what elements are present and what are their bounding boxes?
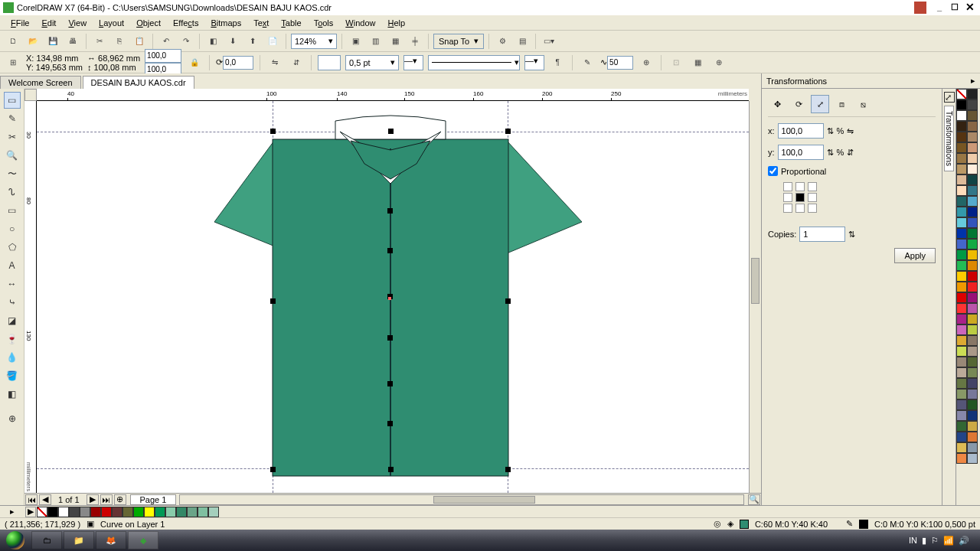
swatch[interactable] <box>956 142 967 153</box>
snap-icon[interactable]: ◈ <box>727 519 733 529</box>
tray-network-icon[interactable]: 📶 <box>943 536 954 546</box>
rotation-input[interactable] <box>223 56 253 70</box>
swatch[interactable] <box>956 346 967 357</box>
close-button[interactable]: ✕ <box>963 2 977 13</box>
swatch[interactable] <box>967 292 978 303</box>
swatch[interactable] <box>956 121 967 132</box>
firefox-taskbar-button[interactable]: 🦊 <box>96 531 126 549</box>
connector-tool[interactable]: ⤷ <box>4 294 21 311</box>
zoom-page-button[interactable]: 🔍 <box>748 494 760 505</box>
swatch[interactable] <box>967 324 978 335</box>
page-add-button[interactable]: ⊕ <box>114 494 126 505</box>
selection-handle-bl[interactable] <box>270 467 276 472</box>
swatch[interactable] <box>967 185 978 196</box>
swatch[interactable] <box>956 239 967 249</box>
hscroll[interactable] <box>179 494 744 505</box>
origin-anchor-grid[interactable] <box>783 182 936 213</box>
fullscreen-button[interactable]: ▣ <box>347 33 364 50</box>
menu-help[interactable]: Help <box>381 17 411 29</box>
swatch[interactable] <box>967 421 978 432</box>
menu-text[interactable]: Text <box>247 17 275 29</box>
selection-handle-tm[interactable] <box>388 129 394 134</box>
swatch[interactable] <box>967 303 978 314</box>
swatch[interactable] <box>956 432 967 442</box>
outline-pen-icon[interactable]: ✎ <box>846 519 853 529</box>
swatch[interactable] <box>967 153 978 164</box>
selection-handle-bm[interactable] <box>388 467 394 472</box>
print-button[interactable]: 🖶 <box>64 33 81 50</box>
palette-prev-icon[interactable]: ▸ <box>10 507 15 517</box>
swatch[interactable] <box>133 507 144 517</box>
drop-shadow-tool[interactable]: ◪ <box>4 312 21 329</box>
swatch[interactable] <box>165 507 176 517</box>
convert-button[interactable]: ▦ <box>689 54 706 71</box>
swatch[interactable] <box>47 507 58 517</box>
swatch[interactable] <box>956 228 967 239</box>
swatch[interactable] <box>956 249 967 260</box>
swatch[interactable] <box>967 207 978 217</box>
swatch[interactable] <box>967 228 978 239</box>
swatch[interactable] <box>967 399 978 410</box>
freehand-tool[interactable]: 〜 <box>4 165 21 182</box>
swatch[interactable] <box>956 132 967 142</box>
swatch[interactable] <box>967 89 978 99</box>
swatch[interactable] <box>967 271 978 282</box>
vscroll[interactable] <box>749 101 761 493</box>
explorer-taskbar-button[interactable]: 🗀 <box>31 531 62 549</box>
export-button[interactable]: ⬆︎ <box>244 33 261 50</box>
bbox-button[interactable]: ⊡ <box>668 54 684 71</box>
swatch[interactable] <box>967 174 978 185</box>
swatch[interactable] <box>956 324 967 335</box>
swatch[interactable] <box>967 367 978 378</box>
swatch[interactable] <box>69 507 80 517</box>
palette-scroll-right[interactable]: ▶ <box>25 507 36 517</box>
start-cap-combo[interactable] <box>318 55 341 70</box>
docker-expand-icon[interactable]: ⤢ <box>944 92 955 103</box>
tray-volume-icon[interactable]: 🔊 <box>959 536 969 546</box>
skew-mode-icon[interactable]: ⧅ <box>854 95 872 113</box>
swatch[interactable] <box>956 335 967 346</box>
swatch[interactable] <box>956 314 967 324</box>
swatch[interactable] <box>967 249 978 260</box>
artistic-media-tool[interactable]: ᔐ <box>4 184 21 201</box>
crop-tool[interactable]: ✂ <box>4 129 21 145</box>
smart-fill-tool[interactable]: ◧ <box>4 386 21 403</box>
options-button[interactable]: ⚙ <box>494 33 511 50</box>
swatch[interactable] <box>122 507 133 517</box>
selection-handle-br[interactable] <box>505 467 511 472</box>
import-button[interactable]: ⬇︎ <box>224 33 241 50</box>
transparency-tool[interactable]: 🍷 <box>4 331 21 347</box>
line-end-combo[interactable]: —▾ <box>524 55 544 70</box>
swatch[interactable] <box>967 110 978 121</box>
outline-swatch[interactable] <box>859 520 868 529</box>
shape-tool[interactable]: ✎ <box>4 110 21 127</box>
rotate-mode-icon[interactable]: ⟳ <box>789 95 808 113</box>
ellipse-tool[interactable]: ○ <box>4 220 21 237</box>
swatch[interactable] <box>967 282 978 292</box>
swatch[interactable] <box>967 260 978 271</box>
publish-pdf-button[interactable]: 📄 <box>264 33 281 50</box>
swatch[interactable] <box>967 132 978 142</box>
swatch[interactable] <box>967 196 978 207</box>
page-prev-button[interactable]: ◀ <box>39 494 51 505</box>
docker-collapse-icon[interactable]: ▸ <box>971 76 975 86</box>
ruler-corner[interactable] <box>24 89 37 101</box>
zoom-combo[interactable]: 124%▾ <box>291 34 337 49</box>
redo-button[interactable]: ↷ <box>178 33 194 50</box>
search-content-button[interactable]: ◧ <box>204 33 221 50</box>
apply-button[interactable]: Apply <box>894 248 936 263</box>
mirror-h-icon[interactable]: ⇋ <box>847 126 854 136</box>
line-start-combo[interactable]: —▾ <box>403 55 423 70</box>
page-last-button[interactable]: ⏭ <box>100 494 113 505</box>
transformations-tab[interactable]: Transformations <box>944 106 954 171</box>
page-first-button[interactable]: ⏮ <box>25 494 38 505</box>
swatch[interactable] <box>967 239 978 249</box>
swatch[interactable] <box>956 303 967 314</box>
pick-tool[interactable]: ▭ <box>4 92 21 109</box>
fill-swatch[interactable] <box>740 520 749 529</box>
swatch[interactable] <box>956 110 967 121</box>
swatch[interactable] <box>967 410 978 421</box>
menu-object[interactable]: Object <box>130 17 167 29</box>
swatch[interactable] <box>956 367 967 378</box>
swatch[interactable] <box>956 357 967 367</box>
